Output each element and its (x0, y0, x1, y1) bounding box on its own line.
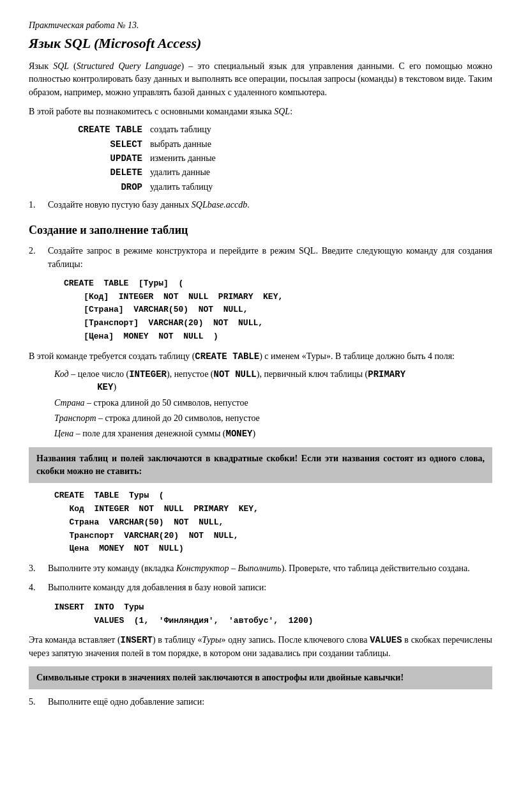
cmd-desc-update: изменить данные (150, 152, 216, 165)
task-5: 5. Выполните ещё одно добавление записи: (29, 696, 492, 709)
task-3-num: 3. (29, 562, 48, 575)
field-transport: Транспорт – строка длиной до 20 символов… (54, 412, 492, 425)
task-5-content: Выполните ещё одно добавление записи: (48, 696, 492, 709)
cmd-desc-drop: удалить таблицу (150, 181, 213, 194)
cmd-row-update: UPDATE изменить данные (67, 152, 492, 165)
task-1-num: 1. (29, 199, 48, 211)
task-2-num: 2. (29, 245, 48, 271)
code-block-2: CREATE TABLE Туры ( Код INTEGER NOT NULL… (54, 489, 492, 556)
field-cena: Цена – поле для хранения денежной суммы … (54, 427, 492, 440)
cmd-keyword-delete: DELETE (67, 166, 150, 179)
code-block-1: CREATE TABLE [Туры] ( [Код] INTEGER NOT … (64, 277, 492, 344)
intro-p2: В этой работе вы познакомитесь с основны… (29, 105, 492, 118)
intro-p1: Язык SQL (Structured Query Language) – э… (29, 60, 492, 99)
cmd-keyword-update: UPDATE (67, 152, 150, 165)
task-5-num: 5. (29, 696, 48, 709)
cmd-desc-create: создать таблицу (150, 123, 211, 136)
task-2: 2. Создайте запрос в режиме конструктора… (29, 245, 492, 271)
field-kod: Код – целое число (INTEGER), непустое (N… (54, 368, 492, 394)
main-title: Язык SQL (Microsoft Access) (29, 33, 492, 54)
cmd-row-drop: DROP удалить таблицу (67, 181, 492, 194)
cmd-row-select: SELECT выбрать данные (67, 138, 492, 151)
explain-1-intro: В этой команде требуется создать таблицу… (29, 350, 492, 363)
cmd-row-create: CREATE TABLE создать таблицу (67, 123, 492, 136)
task-1: 1. Создайте новую пустую базу данных SQL… (29, 199, 492, 211)
code-block-3: INSERT INTO Туры VALUES (1, 'Финляндия',… (54, 601, 492, 628)
task-4-content: Выполните команду для добавления в базу … (48, 581, 492, 594)
note-box-2: Символьные строки в значениях полей закл… (29, 666, 492, 689)
task-4: 4. Выполните команду для добавления в ба… (29, 581, 492, 594)
task-1-content: Создайте новую пустую базу данных SQLbas… (48, 199, 492, 211)
task-4-num: 4. (29, 581, 48, 594)
section-heading-create: Создание и заполнение таблиц (29, 222, 492, 238)
note-box-1: Названия таблиц и полей заключаются в кв… (29, 447, 492, 484)
task-3: 3. Выполните эту команду (вкладка Констр… (29, 562, 492, 575)
cmd-desc-delete: удалить данные (150, 166, 210, 179)
cmd-desc-select: выбрать данные (150, 138, 211, 151)
cmd-keyword-drop: DROP (67, 181, 150, 194)
commands-table: CREATE TABLE создать таблицу SELECT выбр… (67, 123, 492, 193)
cmd-keyword-select: SELECT (67, 138, 150, 151)
field-strana: Страна – строка длиной до 50 символов, н… (54, 397, 492, 410)
subtitle: Практическая работа № 13. (29, 19, 492, 32)
cmd-keyword-create: CREATE TABLE (67, 123, 150, 136)
task-2-content: Создайте запрос в режиме конструктора и … (48, 245, 492, 271)
field-descriptions: Код – целое число (INTEGER), непустое (N… (42, 368, 492, 440)
cmd-row-delete: DELETE удалить данные (67, 166, 492, 179)
task-3-content: Выполните эту команду (вкладка Конструкт… (48, 562, 492, 575)
explain-2: Эта команда вставляет (INSERT) в таблицу… (29, 634, 492, 660)
